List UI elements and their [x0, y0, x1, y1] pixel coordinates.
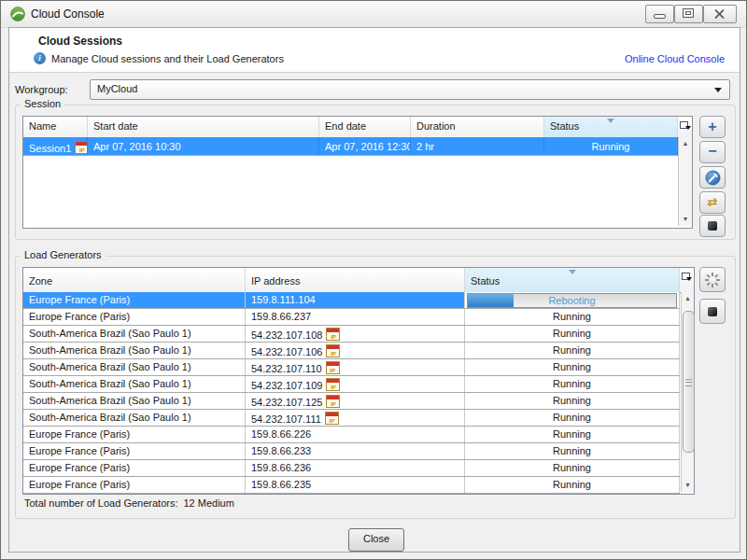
session-duration-cell: 2 hr: [411, 137, 544, 155]
close-button[interactable]: Close: [348, 528, 404, 552]
session-row-selected[interactable]: Session1IP Apr 07, 2016 10:30 Apr 07, 20…: [23, 137, 678, 156]
lg-table-body: Europe France (Paris) 159.8.111.104 Rebo…: [23, 292, 680, 494]
session-table-scrollbar[interactable]: ▲ ▼: [678, 137, 692, 226]
maximize-button[interactable]: [674, 5, 703, 23]
app-logo-icon: [10, 7, 25, 21]
cloud-console-window: Cloud Console Cloud Sessions i Manage Cl…: [0, 0, 747, 560]
scroll-up-icon[interactable]: ▲: [682, 292, 694, 305]
lg-row[interactable]: South-America Brazil (Sao Paulo 1) 54.23…: [23, 343, 680, 359]
sort-arrow-icon: [607, 119, 614, 123]
stop-icon: [708, 221, 717, 231]
lg-row[interactable]: South-America Brazil (Sao Paulo 1) 54.23…: [23, 376, 680, 393]
page-title: Cloud Sessions: [38, 35, 122, 48]
wrench-globe-icon: [700, 170, 725, 186]
lg-row[interactable]: Europe France (Paris) 159.8.66.233 Runni…: [23, 443, 680, 460]
lg-row[interactable]: South-America Brazil (Sao Paulo 1) 54.23…: [23, 393, 680, 410]
stop-session-button[interactable]: [699, 215, 726, 237]
column-header-ip[interactable]: IP address: [246, 268, 465, 292]
session-status-cell: Running: [544, 137, 678, 155]
lg-row[interactable]: Europe France (Paris) 159.8.66.226 Runni…: [23, 427, 680, 443]
ip-icon: IP: [326, 328, 340, 341]
workgroup-combobox[interactable]: MyCloud: [90, 79, 730, 100]
page-header: Cloud Sessions i Manage Cloud sessions a…: [9, 28, 740, 73]
online-cloud-console-link[interactable]: Online Cloud Console: [625, 53, 725, 64]
session-start-cell: Apr 07, 2016 10:30: [88, 137, 319, 155]
rebooting-progress: Rebooting: [465, 292, 680, 308]
column-header-zone[interactable]: Zone: [23, 268, 246, 292]
session-table-header: Name Start date End date Duration Status: [23, 117, 692, 138]
workgroup-label: Workgroup:: [15, 84, 68, 95]
load-generators-group-label: Load Generators: [21, 249, 106, 260]
renew-session-button[interactable]: ⇄: [699, 191, 726, 214]
minus-icon: −: [708, 143, 716, 159]
add-session-button[interactable]: +: [699, 116, 726, 138]
close-window-button[interactable]: [703, 5, 737, 23]
info-icon: i: [34, 52, 46, 64]
session-name-cell: Session1IP: [23, 137, 88, 155]
lg-row[interactable]: Europe France (Paris) 159.8.111.104 Rebo…: [23, 292, 680, 309]
column-header-end-date[interactable]: End date: [319, 117, 411, 137]
workgroup-value: MyCloud: [97, 83, 137, 94]
scroll-down-icon[interactable]: ▼: [682, 479, 694, 492]
maximize-icon: [683, 8, 694, 18]
lg-row[interactable]: Europe France (Paris) 159.8.66.236 Runni…: [23, 460, 680, 477]
scrollbar-thumb[interactable]: [683, 311, 695, 453]
session-group-label: Session: [21, 98, 64, 109]
column-header-status[interactable]: Status: [544, 117, 678, 137]
title-bar[interactable]: Cloud Console: [1, 1, 746, 28]
renew-arrows-icon: ⇄: [708, 195, 718, 209]
lg-row[interactable]: South-America Brazil (Sao Paulo 1) 54.23…: [23, 326, 680, 343]
reboot-load-generator-button[interactable]: [699, 267, 726, 292]
lg-row[interactable]: South-America Brazil (Sao Paulo 1) 54.23…: [23, 410, 680, 427]
total-load-generators: Total number of Load Generators:12 Mediu…: [24, 497, 234, 509]
column-header-start-date[interactable]: Start date: [88, 117, 319, 137]
content-frame: Cloud Sessions i Manage Cloud sessions a…: [8, 27, 740, 553]
total-value: 12 Medium: [183, 497, 233, 509]
ip-icon: IP: [326, 395, 340, 408]
plus-icon: +: [708, 119, 716, 134]
remove-session-button[interactable]: −: [699, 141, 726, 163]
ip-icon: IP: [75, 141, 88, 154]
sort-arrow-icon: [569, 270, 576, 274]
lg-table-scrollbar[interactable]: ▲ ▼: [681, 292, 694, 492]
column-chooser-button[interactable]: [678, 117, 692, 137]
configure-session-button[interactable]: [699, 166, 726, 189]
ip-icon: IP: [326, 361, 340, 374]
session-end-cell: Apr 07, 2016 12:30: [319, 137, 411, 155]
lg-row[interactable]: South-America Brazil (Sao Paulo 1) 54.23…: [23, 359, 680, 376]
minimize-button[interactable]: [645, 5, 674, 23]
column-chooser-button[interactable]: [680, 268, 693, 292]
stop-load-generator-button[interactable]: [699, 299, 726, 324]
column-header-duration[interactable]: Duration: [411, 117, 544, 137]
lg-table-header: Zone IP address Status: [23, 268, 694, 293]
lg-row[interactable]: Europe France (Paris) 159.8.66.235 Runni…: [23, 477, 680, 494]
ip-icon: IP: [325, 412, 339, 425]
ip-icon: IP: [326, 378, 340, 391]
minimize-icon: [654, 14, 666, 19]
stop-icon: [708, 307, 717, 316]
scroll-down-icon[interactable]: ▼: [679, 213, 692, 226]
load-generators-table: Zone IP address Status Europe France (Pa…: [22, 267, 695, 495]
column-header-name[interactable]: Name: [23, 117, 88, 137]
page-subtitle: Manage Cloud sessions and their Load Gen…: [51, 53, 284, 64]
scroll-up-icon[interactable]: ▲: [679, 137, 692, 150]
ip-icon: IP: [326, 344, 340, 357]
lg-row[interactable]: Europe France (Paris) 159.8.66.237 Runni…: [23, 309, 680, 326]
progress-bar: Rebooting: [467, 293, 677, 308]
session-table: Name Start date End date Duration Status…: [22, 116, 693, 229]
column-header-lg-status[interactable]: Status: [465, 268, 680, 292]
dropdown-arrow-icon: [714, 88, 722, 92]
window-title: Cloud Console: [31, 7, 105, 21]
